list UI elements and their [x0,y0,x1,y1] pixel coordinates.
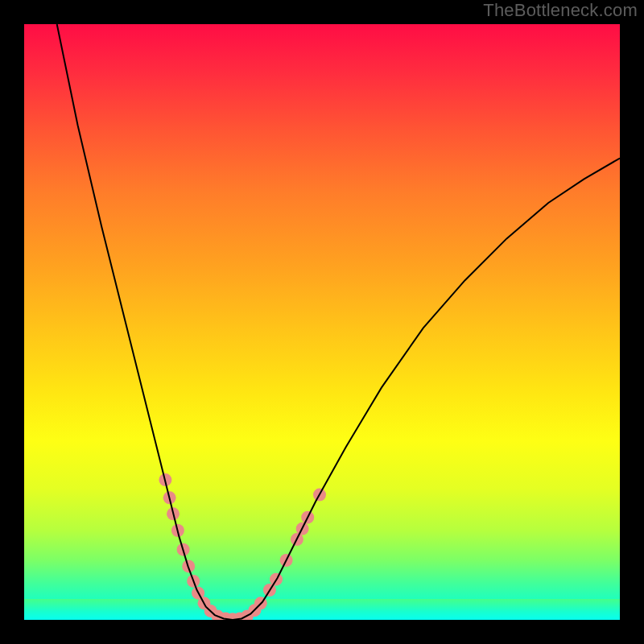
plot-area [24,24,620,620]
chart-frame: TheBottleneck.com [0,0,644,644]
background-gradient [24,24,620,620]
green-bottom-band [24,599,620,620]
watermark-text: TheBottleneck.com [483,0,638,21]
